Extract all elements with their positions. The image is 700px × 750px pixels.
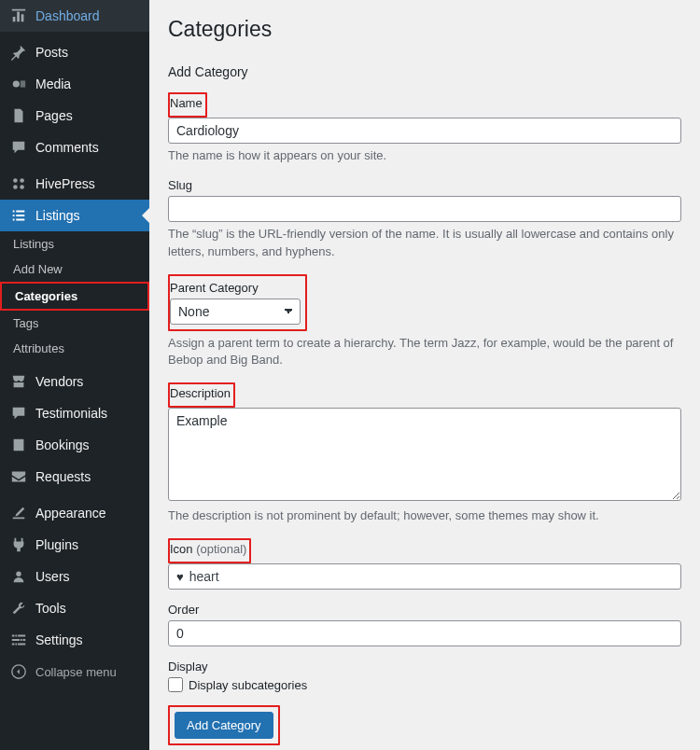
- name-input[interactable]: [168, 118, 681, 144]
- sidebar-item-label: Tools: [35, 601, 66, 616]
- listings-icon: [9, 207, 28, 224]
- subnav: Listings Add New Categories Tags Attribu…: [0, 231, 149, 361]
- sidebar-item-dashboard[interactable]: Dashboard: [0, 0, 149, 32]
- field-parent: Parent Category None Assign a parent ter…: [168, 274, 681, 370]
- hivepress-icon: [9, 175, 28, 192]
- sidebar-item-tools[interactable]: Tools: [0, 592, 149, 624]
- name-desc: The name is how it appears on your site.: [168, 147, 681, 165]
- svg-point-0: [13, 80, 20, 87]
- sidebar-item-label: Appearance: [35, 506, 106, 521]
- media-icon: [9, 76, 28, 92]
- sidebar-item-testimonials[interactable]: Testimonials: [0, 397, 149, 429]
- collapse-icon: [9, 663, 28, 680]
- heart-icon: ♥: [176, 570, 184, 584]
- sidebar-item-label: Posts: [35, 45, 68, 60]
- field-order: Order: [168, 603, 681, 646]
- sidebar-item-plugins[interactable]: Plugins: [0, 529, 149, 561]
- sidebar-item-media[interactable]: Media: [0, 68, 149, 100]
- description-textarea[interactable]: Example: [168, 408, 681, 501]
- svg-point-1: [13, 178, 18, 183]
- svg-point-3: [13, 185, 18, 189]
- svg-point-5: [16, 572, 21, 576]
- page-title: Categories: [168, 17, 681, 42]
- pin-icon: [9, 44, 28, 61]
- sidebar-item-settings[interactable]: Settings: [0, 624, 149, 656]
- sidebar-item-label: HivePress: [35, 176, 95, 191]
- sidebar-item-label: Pages: [35, 108, 73, 123]
- sidebar-item-vendors[interactable]: Vendors: [0, 366, 149, 397]
- sidebar-item-label: Settings: [35, 632, 83, 647]
- field-slug: Slug The “slug” is the URL-friendly vers…: [168, 178, 681, 261]
- order-input[interactable]: [168, 620, 681, 646]
- svg-point-4: [20, 185, 24, 189]
- icon-label: Icon (optional): [170, 542, 246, 556]
- sidebar-item-label: Listings: [35, 208, 79, 223]
- settings-icon: [9, 632, 28, 648]
- slug-label: Slug: [168, 178, 681, 192]
- sidebar-item-appearance[interactable]: Appearance: [0, 497, 149, 529]
- order-label: Order: [168, 603, 681, 617]
- sidebar-item-bookings[interactable]: Bookings: [0, 429, 149, 461]
- display-subcategories-checkbox[interactable]: [168, 677, 183, 692]
- section-title: Add Category: [168, 64, 681, 79]
- tools-icon: [9, 600, 28, 617]
- sidebar-item-label: Plugins: [35, 537, 78, 552]
- sidebar-item-label: Users: [35, 569, 70, 584]
- slug-input[interactable]: [168, 196, 681, 222]
- pages-icon: [9, 107, 28, 124]
- field-icon: Icon (optional) ♥ heart: [168, 538, 681, 590]
- sidebar-item-hivepress[interactable]: HivePress: [0, 168, 149, 200]
- icon-picker[interactable]: ♥ heart: [168, 563, 681, 590]
- collapse-label: Collapse menu: [35, 665, 117, 679]
- sidebar-item-label: Comments: [35, 140, 99, 155]
- requests-icon: [9, 468, 28, 485]
- subnav-item-listings[interactable]: Listings: [0, 231, 149, 257]
- users-icon: [9, 568, 28, 585]
- slug-desc: The “slug” is the URL-friendly version o…: [168, 226, 681, 261]
- sidebar-item-label: Dashboard: [35, 8, 100, 23]
- display-subcategories-label: Display subcategories: [189, 678, 307, 692]
- add-category-button[interactable]: Add Category: [175, 712, 273, 739]
- subnav-item-tags[interactable]: Tags: [0, 311, 149, 336]
- sidebar-item-listings[interactable]: Listings: [0, 200, 149, 231]
- sidebar-item-label: Media: [35, 76, 71, 91]
- sidebar-item-pages[interactable]: Pages: [0, 100, 149, 132]
- subnav-item-add-new[interactable]: Add New: [0, 257, 149, 282]
- field-name: Name The name is how it appears on your …: [168, 92, 681, 165]
- sidebar-item-label: Vendors: [35, 374, 83, 389]
- parent-select[interactable]: None: [170, 299, 301, 325]
- testimonials-icon: [9, 405, 28, 422]
- icon-value: heart: [189, 569, 219, 584]
- description-desc: The description is not prominent by defa…: [168, 507, 681, 525]
- parent-desc: Assign a parent term to create a hierarc…: [168, 335, 681, 370]
- admin-sidebar: Dashboard Posts Media Pages Comments Hiv…: [0, 0, 149, 750]
- bookings-icon: [9, 437, 28, 453]
- field-display: Display Display subcategories: [168, 660, 681, 692]
- main-content: Categories Add Category Name The name is…: [149, 0, 700, 750]
- field-description: Description Example The description is n…: [168, 382, 681, 525]
- sidebar-item-requests[interactable]: Requests: [0, 461, 149, 493]
- description-label: Description: [170, 386, 231, 400]
- sidebar-item-label: Requests: [35, 469, 91, 484]
- sidebar-item-users[interactable]: Users: [0, 561, 149, 592]
- subnav-item-attributes[interactable]: Attributes: [0, 336, 149, 361]
- appearance-icon: [9, 505, 28, 521]
- vendors-icon: [9, 373, 28, 390]
- sidebar-item-posts[interactable]: Posts: [0, 36, 149, 68]
- subnav-item-categories[interactable]: Categories: [2, 284, 147, 309]
- parent-label: Parent Category: [170, 281, 301, 295]
- comments-icon: [9, 139, 28, 156]
- sidebar-item-label: Bookings: [35, 438, 90, 452]
- name-label: Name: [170, 96, 203, 110]
- svg-point-2: [20, 178, 24, 183]
- sidebar-item-comments[interactable]: Comments: [0, 132, 149, 163]
- sidebar-item-label: Testimonials: [35, 406, 107, 421]
- plugins-icon: [9, 536, 28, 553]
- display-label: Display: [168, 660, 681, 674]
- collapse-menu[interactable]: Collapse menu: [0, 656, 149, 688]
- dashboard-icon: [9, 7, 28, 24]
